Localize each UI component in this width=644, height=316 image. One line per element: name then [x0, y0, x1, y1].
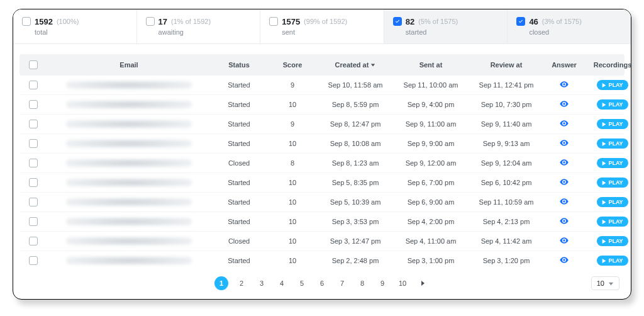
play-button[interactable]: PLAY: [597, 178, 628, 188]
col-email[interactable]: Email: [47, 61, 211, 69]
cell-review: Sep 9, 12:04 am: [469, 159, 544, 167]
email-redacted: [66, 217, 192, 226]
cell-score: 10: [267, 237, 318, 245]
page-9[interactable]: 9: [375, 276, 389, 290]
filter-checkbox[interactable]: [516, 17, 525, 26]
cell-email: [47, 120, 211, 128]
table-row: Started 10 Sep 5, 10:39 am Sep 6, 9:00 a…: [19, 193, 625, 212]
play-button[interactable]: PLAY: [597, 217, 628, 227]
select-all-checkbox[interactable]: [29, 60, 38, 69]
filter-checkbox[interactable]: [393, 17, 402, 26]
cell-sent: Sep 6, 9:00 am: [393, 198, 469, 206]
row-checkbox[interactable]: [29, 178, 38, 187]
row-checkbox[interactable]: [29, 237, 38, 245]
cell-status: Started: [211, 198, 267, 206]
page-8[interactable]: 8: [355, 276, 369, 290]
row-checkbox[interactable]: [29, 159, 38, 167]
cell-email: [47, 178, 211, 187]
filter-checkbox[interactable]: [269, 17, 278, 26]
view-answer-button[interactable]: [559, 177, 569, 188]
view-answer-button[interactable]: [559, 118, 569, 130]
play-button[interactable]: PLAY: [597, 236, 628, 246]
row-checkbox[interactable]: [29, 120, 38, 128]
view-answer-button[interactable]: [559, 99, 569, 110]
view-answer-button[interactable]: [559, 216, 569, 227]
col-sent[interactable]: Sent at: [393, 61, 469, 69]
play-button[interactable]: PLAY: [597, 158, 628, 168]
cell-answer: [544, 255, 584, 266]
cell-created: Sep 5, 8:35 pm: [318, 179, 393, 186]
filter-pct: (3% of 1575): [542, 18, 582, 25]
play-button[interactable]: PLAY: [597, 119, 628, 129]
row-checkbox[interactable]: [29, 198, 38, 206]
play-button[interactable]: PLAY: [597, 197, 628, 207]
page-4[interactable]: 4: [275, 276, 289, 290]
play-icon: [602, 103, 606, 107]
email-redacted: [66, 139, 192, 148]
cell-recordings: PLAY: [584, 158, 631, 168]
view-answer-button[interactable]: [559, 196, 569, 208]
col-review[interactable]: Review at: [469, 61, 544, 69]
cell-recordings: PLAY: [584, 178, 631, 188]
page-2[interactable]: 2: [235, 276, 248, 290]
play-button[interactable]: PLAY: [597, 256, 628, 266]
table-row: Closed 10 Sep 3, 12:47 pm Sep 4, 11:00 a…: [19, 232, 625, 251]
page-10[interactable]: 10: [396, 276, 409, 290]
page-3[interactable]: 3: [255, 276, 269, 290]
cell-review: Sep 4, 11:42 am: [469, 237, 544, 245]
play-icon: [602, 122, 606, 127]
cell-created: Sep 8, 10:08 am: [318, 140, 393, 147]
view-answer-button[interactable]: [559, 235, 569, 247]
filter-label: sent: [282, 28, 374, 36]
row-checkbox[interactable]: [29, 100, 38, 109]
page-1[interactable]: 1: [214, 276, 228, 290]
view-answer-button[interactable]: [559, 255, 569, 266]
filter-sent[interactable]: 1575 (99% of 1592) sent: [260, 9, 384, 44]
page-7[interactable]: 7: [335, 276, 349, 290]
row-checkbox[interactable]: [29, 217, 38, 226]
view-answer-button[interactable]: [559, 157, 569, 169]
cell-created: Sep 5, 10:39 am: [318, 198, 393, 206]
cell-email: [47, 100, 211, 109]
filter-label: closed: [529, 28, 621, 36]
page-next[interactable]: [416, 276, 430, 290]
view-answer-button[interactable]: [559, 79, 569, 91]
col-created-label: Created at: [335, 61, 369, 69]
cell-recordings: PLAY: [584, 99, 631, 110]
cell-answer: [544, 138, 584, 149]
play-icon: [602, 142, 606, 146]
cell-sent: Sep 9, 9:00 am: [393, 140, 469, 147]
filter-pct: (5% of 1575): [418, 18, 458, 25]
email-redacted: [66, 100, 192, 109]
col-score[interactable]: Score: [267, 61, 318, 69]
filter-started[interactable]: 82 (5% of 1575) started: [384, 9, 508, 44]
eye-icon: [559, 235, 569, 245]
page-size-select[interactable]: 10: [591, 276, 619, 290]
filter-checkbox[interactable]: [146, 17, 155, 26]
play-button[interactable]: PLAY: [597, 80, 628, 90]
table-footer: 12345678910 10: [13, 270, 631, 299]
view-answer-button[interactable]: [559, 138, 569, 149]
col-status[interactable]: Status: [211, 61, 267, 69]
filter-total[interactable]: 1592 (100%) total: [13, 9, 137, 44]
filter-pct: (99% of 1592): [304, 18, 347, 25]
cell-recordings: PLAY: [584, 197, 631, 207]
table-row: Started 10 Sep 8, 5:59 pm Sep 9, 4:00 pm…: [19, 95, 625, 115]
cell-review: Sep 11, 10:59 am: [469, 198, 544, 206]
page-5[interactable]: 5: [295, 276, 309, 290]
page-6[interactable]: 6: [315, 276, 329, 290]
page-size-value: 10: [597, 279, 604, 287]
cell-score: 10: [267, 218, 318, 225]
cell-status: Closed: [211, 159, 267, 167]
filter-closed[interactable]: 46 (3% of 1575) closed: [508, 9, 631, 44]
email-redacted: [66, 120, 192, 128]
row-checkbox[interactable]: [29, 81, 38, 89]
col-created[interactable]: Created at: [318, 61, 393, 69]
row-checkbox[interactable]: [29, 256, 38, 265]
play-button[interactable]: PLAY: [597, 99, 628, 110]
row-checkbox[interactable]: [29, 139, 38, 148]
filter-awaiting[interactable]: 17 (1% of 1592) awaiting: [137, 9, 261, 44]
play-button[interactable]: PLAY: [597, 138, 628, 149]
filter-label: total: [35, 28, 126, 36]
filter-checkbox[interactable]: [22, 17, 31, 26]
